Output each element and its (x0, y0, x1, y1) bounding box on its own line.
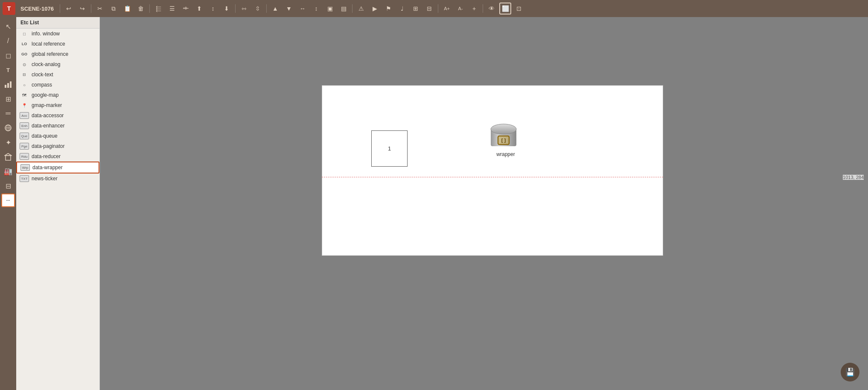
text-warning-button[interactable]: ⚠ (355, 3, 367, 14)
note-button[interactable]: ♩ (396, 3, 408, 14)
canvas-page: 1 (322, 85, 663, 256)
data-wrapper-label: data-wrapper (32, 165, 63, 170)
paste-button[interactable]: 📋 (121, 3, 133, 14)
compass-label: compass (32, 82, 52, 88)
undo-button[interactable]: ↩ (63, 3, 75, 14)
toolbar-separator-3 (149, 4, 150, 13)
group-button[interactable]: ▣ (324, 3, 336, 14)
data-reducer-label: data-reducer (32, 153, 61, 159)
flag-button[interactable]: ⚑ (382, 3, 394, 14)
etc-item-clock-analog[interactable]: ⊙ clock-analog (16, 59, 99, 69)
etc-item-clock-text[interactable]: ⊟ clock-text (16, 69, 99, 80)
clock-analog-label: clock-analog (32, 61, 60, 67)
distribute-h-button[interactable]: ⇿ (238, 3, 250, 14)
toolbar: T SCENE-1076 ↩ ↪ ✂ ⧉ 📋 🗑 ⬱ ☰ ⬲ ⬆ ↕ ⬇ ⇿ ⇳… (0, 0, 868, 17)
warehouse-tool[interactable]: 🏭 (1, 165, 15, 178)
screen-button[interactable]: ⬜ (499, 3, 511, 14)
toolbar-separator-2 (91, 4, 91, 13)
redo-button[interactable]: ↪ (76, 3, 88, 14)
shape-tool[interactable]: ◻ (1, 49, 15, 62)
grid-tool[interactable]: ⊟ (1, 179, 15, 193)
app-logo[interactable]: T (3, 2, 15, 15)
layer-down-button[interactable]: ▼ (283, 3, 295, 14)
etc-item-data-enhancer[interactable]: Enh data-enhancer (16, 121, 99, 131)
etc-item-data-queue[interactable]: Que data-queue (16, 131, 99, 141)
font-smaller-button[interactable]: A- (454, 3, 466, 14)
chart-tool[interactable] (1, 78, 15, 91)
canvas-area[interactable]: 1 (100, 17, 868, 390)
compass-icon: ○ (20, 81, 29, 88)
wrapper-component[interactable]: [ ] wrapper (489, 120, 523, 157)
select-tool[interactable]: ↖ (1, 20, 15, 33)
align-top-button[interactable]: ⬆ (193, 3, 205, 14)
flip-v-button[interactable]: ↕ (310, 3, 322, 14)
divider-tool[interactable]: ═ (1, 107, 15, 120)
table-button[interactable]: ⊟ (423, 3, 435, 14)
svg-point-10 (491, 124, 516, 134)
custom-tool[interactable]: ✦ (1, 136, 15, 149)
toolbar-separator-5 (266, 4, 267, 13)
save-button[interactable]: 💾 (841, 363, 859, 381)
etc-item-data-reducer[interactable]: Rdu data-reducer (16, 151, 99, 162)
etc-item-gmap-marker[interactable]: 📍 gmap-marker (16, 100, 99, 110)
network-tool[interactable] (1, 121, 15, 135)
coordinate-label: 1013, 284 (843, 175, 864, 180)
etc-item-info-window[interactable]: □ info. window (16, 29, 99, 39)
etc-item-data-wrapper[interactable]: Wrp data-wrapper (16, 162, 99, 173)
building-tool[interactable] (1, 150, 15, 164)
align-middle-button[interactable]: ↕ (207, 3, 219, 14)
table-tool[interactable]: ⊞ (1, 92, 15, 106)
toolbar-separator-7 (438, 4, 438, 13)
cut-button[interactable]: ✂ (94, 3, 106, 14)
flip-h-button[interactable]: ↔ (297, 3, 309, 14)
etc-item-local-reference[interactable]: LO local reference (16, 39, 99, 49)
etc-item-global-reference[interactable]: GO global reference (16, 49, 99, 59)
etc-item-news-ticker[interactable]: TXT news-ticker (16, 173, 99, 184)
etc-item-data-accessor[interactable]: Acc data-accessor (16, 110, 99, 121)
svg-marker-8 (5, 153, 12, 156)
distribute-v-button[interactable]: ⇳ (252, 3, 264, 14)
font-larger-button[interactable]: A+ (441, 3, 453, 14)
local-reference-icon: LO (20, 40, 29, 47)
canvas-box-1[interactable]: 1 (371, 130, 408, 167)
align-bottom-button[interactable]: ⬇ (221, 3, 233, 14)
data-enhancer-label: data-enhancer (32, 123, 64, 129)
align-left-button[interactable]: ⬱ (152, 3, 164, 14)
data-enhancer-icon: Enh (20, 122, 29, 129)
svg-rect-7 (6, 156, 11, 160)
delete-button[interactable]: 🗑 (135, 3, 147, 14)
data-accessor-label: data-accessor (32, 113, 64, 118)
ungroup-button[interactable]: ▤ (338, 3, 350, 14)
etc-item-google-map[interactable]: 🗺 google-map (16, 90, 99, 100)
data-paginator-icon: Pge (20, 143, 29, 150)
news-ticker-icon: TXT (20, 175, 29, 182)
app-title: SCENE-1076 (17, 6, 57, 12)
data-queue-icon: Que (20, 133, 29, 139)
info-window-label: info. window (32, 31, 60, 37)
add-button[interactable]: + (468, 3, 480, 14)
grid-view-button[interactable]: ⊞ (410, 3, 422, 14)
toolbar-separator-6 (352, 4, 352, 13)
canvas-box-label: 1 (388, 145, 391, 152)
google-map-label: google-map (32, 92, 58, 98)
panel-button[interactable]: ⊡ (513, 3, 525, 14)
line-tool[interactable]: / (1, 34, 15, 48)
copy-button[interactable]: ⧉ (108, 3, 119, 14)
align-center-button[interactable]: ☰ (166, 3, 178, 14)
etc-item-compass[interactable]: ○ compass (16, 80, 99, 90)
wrapper-cylinder-icon: [ ] (489, 120, 523, 150)
info-window-icon: □ (20, 30, 29, 37)
play-button[interactable]: ▶ (369, 3, 381, 14)
save-icon: 💾 (845, 367, 855, 377)
clock-text-icon: ⊟ (20, 71, 29, 78)
eye-button[interactable]: 👁 (486, 3, 498, 14)
text-tool[interactable]: T (1, 63, 15, 77)
data-wrapper-icon: Wrp (20, 164, 30, 171)
layer-up-button[interactable]: ▲ (269, 3, 281, 14)
etc-item-data-paginator[interactable]: Pge data-paginator (16, 141, 99, 151)
news-ticker-label: news-ticker (32, 176, 58, 182)
svg-rect-2 (10, 81, 12, 88)
align-right-button[interactable]: ⬲ (180, 3, 192, 14)
more-tool[interactable]: ··· (1, 194, 15, 207)
toolbar-separator-8 (483, 4, 483, 13)
